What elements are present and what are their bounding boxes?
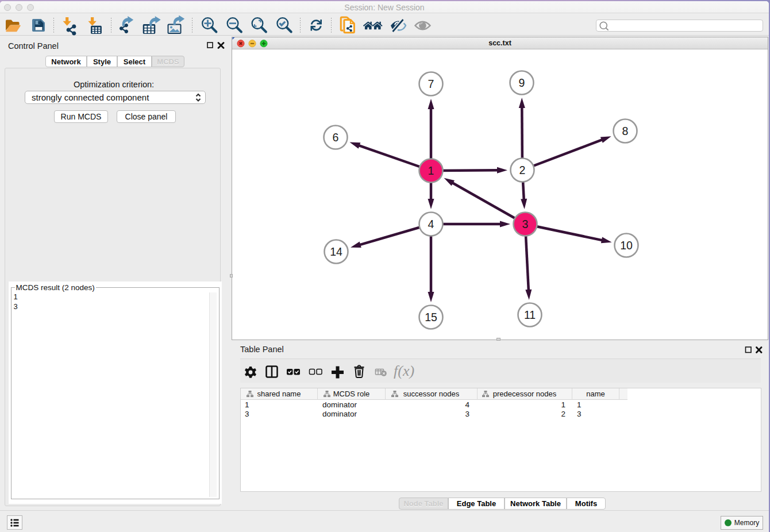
svg-text:f(x): f(x) xyxy=(394,363,414,379)
svg-text:14: 14 xyxy=(330,245,342,258)
svg-text:6: 6 xyxy=(333,131,339,144)
svg-text:8: 8 xyxy=(622,125,629,137)
svg-text:9: 9 xyxy=(519,76,525,89)
svg-text:4: 4 xyxy=(428,218,434,230)
svg-text:1: 1 xyxy=(428,164,434,177)
svg-text:15: 15 xyxy=(425,311,437,323)
svg-text:11: 11 xyxy=(524,309,536,321)
svg-text:7: 7 xyxy=(428,78,434,90)
svg-text:10: 10 xyxy=(620,239,633,252)
svg-text:3: 3 xyxy=(522,218,529,230)
svg-text:2: 2 xyxy=(519,164,526,176)
